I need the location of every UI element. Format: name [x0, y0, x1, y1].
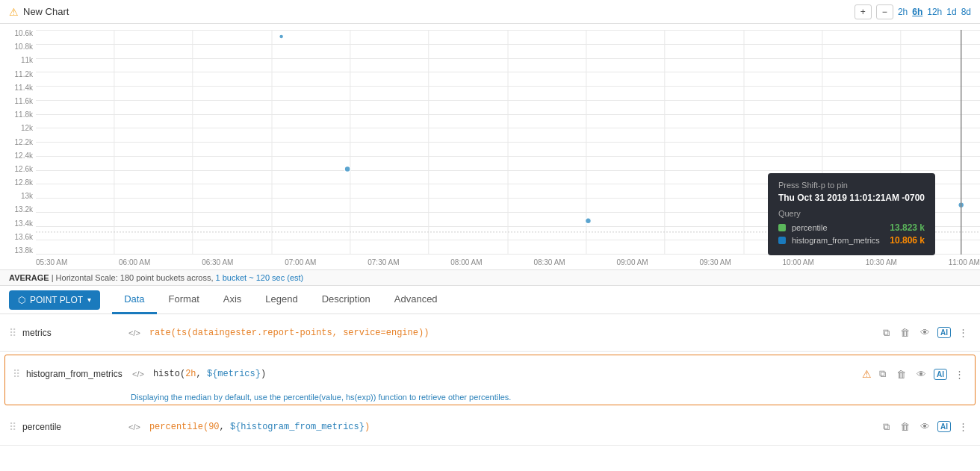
tooltip-name-percentile: percentile — [792, 223, 884, 232]
tooltip-swatch-histogram — [778, 237, 786, 244]
code-toggle-percentile[interactable]: </> — [125, 421, 143, 433]
y-label: 11k — [3, 57, 33, 64]
zoom-8d[interactable]: 8d — [961, 7, 971, 17]
average-label: AVERAGE — [9, 273, 49, 282]
y-label: 12.6k — [3, 166, 33, 173]
y-axis: 13.8k 13.6k 13.4k 13.2k 13k 12.8k 12.6k … — [0, 24, 36, 269]
query-row-histogram: ⠿ histogram_from_metrics </> histo(2h, $… — [4, 355, 976, 405]
y-label: 10.6k — [3, 30, 33, 37]
query-code-histogram: histo(2h, ${metrics}) — [153, 369, 856, 379]
tab-description[interactable]: Description — [310, 286, 382, 314]
tooltip-value-histogram: 10.806 k — [890, 235, 925, 246]
code-toggle-metrics[interactable]: </> — [125, 327, 143, 339]
query-name-histogram: histogram_from_metrics — [26, 369, 123, 379]
average-bar: AVERAGE | Horizontal Scale: 180 point bu… — [0, 270, 980, 286]
y-label: 12.4k — [3, 152, 33, 160]
eye-button-percentile[interactable]: 👁 — [917, 419, 933, 434]
chart-area: 13.8k 13.6k 13.4k 13.2k 13k 12.8k 12.6k … — [0, 24, 980, 270]
x-label: 09:30 AM — [700, 258, 731, 266]
tab-format[interactable]: Format — [157, 286, 211, 314]
zoom-12h[interactable]: 12h — [927, 7, 942, 17]
x-label: 08:30 AM — [533, 258, 565, 266]
query-row-percentile: ⠿ percentile </> percentile(90, ${histog… — [0, 408, 980, 446]
svg-point-14 — [279, 34, 284, 39]
tooltip-row: histogram_from_metrics 10.806 k — [778, 235, 925, 246]
x-label: 10:30 AM — [866, 258, 897, 266]
plot-type-button[interactable]: ⬡ POINT PLOT ▾ — [9, 290, 100, 310]
eye-button-metrics[interactable]: 👁 — [917, 325, 933, 340]
query-name-percentile: percentile — [22, 422, 120, 432]
delete-button-percentile[interactable]: 🗑 — [897, 419, 913, 434]
drag-handle-histogram[interactable]: ⠿ — [13, 368, 20, 380]
x-label: 11:00 AM — [949, 258, 980, 266]
top-bar: ⚠ New Chart + − 2h 6h 12h 1d 8d — [0, 0, 980, 24]
zoom-6h[interactable]: 6h — [912, 7, 922, 17]
more-button-percentile[interactable]: ⋮ — [955, 419, 971, 434]
y-label: 10.8k — [3, 43, 33, 51]
copy-button-metrics[interactable]: ⧉ — [880, 325, 893, 340]
zoom-out-button[interactable]: − — [876, 4, 893, 19]
query-row-metrics: ⠿ metrics </> rate(ts(dataingester.repor… — [0, 314, 980, 352]
x-label: 06:00 AM — [119, 258, 150, 266]
top-bar-left: ⚠ New Chart — [9, 6, 69, 18]
ai-button-metrics[interactable]: AI — [937, 327, 951, 338]
query-actions-histogram: ⚠ ⧉ 🗑 👁 AI ⋮ — [862, 366, 967, 381]
ai-button-percentile[interactable]: AI — [937, 421, 951, 432]
x-axis: 05:30 AM 06:00 AM 06:30 AM 07:00 AM 07:3… — [36, 255, 980, 269]
y-label: 13.6k — [3, 234, 33, 241]
y-label: 12.8k — [3, 179, 33, 187]
y-label: 11.2k — [3, 71, 33, 78]
tooltip-date: Thu Oct 31 2019 11:01:21AM -0700 — [778, 193, 925, 203]
y-label: 12.2k — [3, 139, 33, 146]
copy-button-percentile[interactable]: ⧉ — [880, 419, 893, 434]
y-label: 13.4k — [3, 220, 33, 228]
top-bar-right: + − 2h 6h 12h 1d 8d — [855, 4, 971, 19]
zoom-1d[interactable]: 1d — [946, 7, 956, 17]
warning-icon-histogram: ⚠ — [862, 368, 872, 380]
more-button-histogram[interactable]: ⋮ — [952, 367, 967, 381]
x-label: 06:30 AM — [202, 258, 233, 266]
query-code-percentile: percentile(90, ${histogram_from_metrics}… — [149, 422, 874, 432]
chart-title: New Chart — [23, 6, 69, 17]
x-label: 10:00 AM — [783, 258, 814, 266]
tooltip-query-label: Query — [778, 209, 925, 218]
query-actions-percentile: ⧉ 🗑 👁 AI ⋮ — [880, 419, 971, 434]
code-toggle-histogram[interactable]: </> — [129, 368, 147, 380]
query-code-metrics: rate(ts(dataingester.report-points, serv… — [149, 328, 874, 338]
svg-point-13 — [585, 218, 591, 224]
tooltip-value-percentile: 13.823 k — [890, 222, 925, 233]
y-label: 11.6k — [3, 98, 33, 105]
zoom-2h[interactable]: 2h — [898, 7, 908, 17]
warning-icon: ⚠ — [9, 6, 19, 18]
drag-handle-percentile[interactable]: ⠿ — [9, 421, 16, 433]
bucket-link[interactable]: 1 bucket ~ 120 sec (est) — [216, 273, 304, 282]
query-name-metrics: metrics — [22, 328, 120, 338]
tooltip-hint: Press Shift-p to pin — [778, 181, 925, 190]
plot-type-label: POINT PLOT — [30, 295, 83, 305]
eye-button-histogram[interactable]: 👁 — [914, 367, 929, 381]
tooltip-row: percentile 13.823 k — [778, 222, 925, 233]
tooltip-swatch-percentile — [778, 224, 786, 231]
copy-button-histogram[interactable]: ⧉ — [876, 366, 889, 381]
drag-handle-metrics[interactable]: ⠿ — [9, 327, 16, 339]
tab-axis[interactable]: Axis — [211, 286, 254, 314]
query-actions-metrics: ⧉ 🗑 👁 AI ⋮ — [880, 325, 971, 340]
tab-advanced[interactable]: Advanced — [382, 286, 450, 314]
chart-tooltip: Press Shift-p to pin Thu Oct 31 2019 11:… — [768, 173, 935, 255]
delete-button-metrics[interactable]: 🗑 — [897, 325, 913, 340]
tab-data[interactable]: Data — [112, 286, 156, 314]
query-row-histogram-inner: ⠿ histogram_from_metrics </> histo(2h, $… — [5, 355, 975, 393]
zoom-in-button[interactable]: + — [855, 4, 872, 19]
more-button-metrics[interactable]: ⋮ — [955, 325, 971, 340]
y-label: 12k — [3, 125, 33, 132]
tooltip-name-histogram: histogram_from_metrics — [792, 236, 884, 245]
x-label: 07:30 AM — [368, 258, 399, 266]
tab-legend[interactable]: Legend — [253, 286, 309, 314]
svg-point-12 — [344, 166, 350, 172]
ai-button-histogram[interactable]: AI — [934, 369, 947, 380]
y-label: 11.8k — [3, 111, 33, 119]
y-label: 13k — [3, 193, 33, 200]
tabs-row: ⬡ POINT PLOT ▾ Data Format Axis Legend D… — [0, 286, 980, 314]
delete-button-histogram[interactable]: 🗑 — [893, 367, 909, 381]
plot-type-icon: ⬡ — [18, 295, 25, 305]
